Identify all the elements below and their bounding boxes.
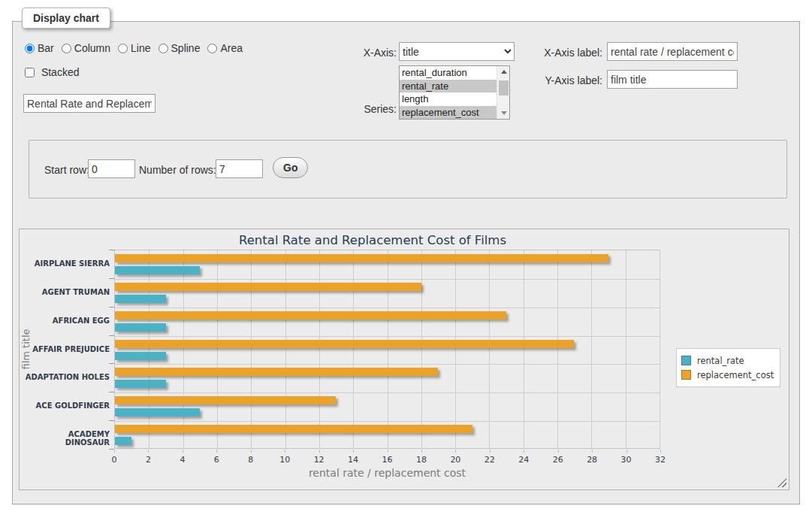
- panel-title: Display chart: [22, 8, 110, 29]
- gridline: [115, 392, 660, 393]
- radio-area[interactable]: [207, 44, 217, 53]
- series-option-length[interactable]: length: [400, 92, 497, 106]
- series-option-rental_rate[interactable]: rental_rate: [400, 80, 497, 93]
- x-tick-mark: [148, 450, 149, 453]
- chart-title-input[interactable]: [23, 94, 155, 113]
- y-tick-mark: [109, 420, 114, 421]
- x-axis-label-label: X-Axis label:: [527, 47, 602, 59]
- x-tick-label: 18: [406, 455, 436, 465]
- gridline: [115, 421, 660, 422]
- x-tick-mark: [592, 450, 593, 453]
- bar-replacement_cost: [115, 283, 421, 291]
- go-button[interactable]: Go: [273, 157, 308, 178]
- resize-handle-icon[interactable]: [777, 478, 786, 487]
- x-tick-mark: [388, 450, 388, 453]
- number-of-rows-input[interactable]: [216, 159, 263, 178]
- chart-type-radio-spline[interactable]: Spline: [158, 42, 201, 54]
- x-tick-mark: [421, 450, 422, 453]
- bar-replacement_cost: [115, 368, 438, 376]
- gridline: [489, 250, 490, 448]
- bar-rental_rate: [115, 437, 131, 445]
- chart-x-axis-title: rental rate / replacement cost: [114, 467, 660, 479]
- radio-bar[interactable]: [25, 44, 35, 53]
- gridline: [285, 250, 286, 448]
- y-tick-mark: [109, 278, 114, 279]
- gridline: [455, 250, 456, 448]
- gridline: [319, 250, 320, 448]
- bar-replacement_cost: [115, 311, 506, 320]
- x-tick-label: 26: [543, 455, 573, 465]
- x-tick-label: 16: [373, 455, 403, 465]
- y-axis-label-label: Y-Axis label:: [527, 74, 602, 86]
- bar-rental_rate: [115, 266, 200, 274]
- series-option-replacement_cost[interactable]: replacement_cost: [400, 106, 497, 120]
- category-label: ACADEMY DINOSAUR: [23, 430, 110, 447]
- chart-type-radio-column[interactable]: Column: [62, 42, 110, 54]
- series-multiselect[interactable]: rental_durationrental_ratelengthreplacem…: [399, 65, 510, 120]
- scrollbar-thumb[interactable]: [499, 80, 509, 95]
- bar-rental_rate: [115, 323, 166, 332]
- bar-replacement_cost: [115, 340, 574, 348]
- radio-label: Line: [131, 42, 150, 54]
- x-tick-mark: [524, 450, 524, 453]
- bar-rental_rate: [115, 408, 200, 417]
- x-tick-mark: [285, 450, 285, 453]
- bar-replacement_cost: [115, 254, 608, 262]
- x-tick-mark: [626, 450, 627, 453]
- series-scrollbar[interactable]: [497, 66, 509, 119]
- gridline: [115, 336, 660, 337]
- chart-type-radio-bar[interactable]: Bar: [25, 42, 54, 54]
- scroll-down-icon[interactable]: [497, 108, 510, 119]
- gridline: [115, 279, 660, 280]
- x-tick-label: 4: [168, 455, 198, 465]
- x-axis-select-label: X-Axis:: [340, 47, 397, 59]
- radio-label: Bar: [38, 42, 54, 54]
- radio-spline[interactable]: [158, 44, 168, 53]
- radio-column[interactable]: [62, 44, 71, 53]
- gridline: [591, 250, 592, 448]
- x-tick-label: 6: [201, 455, 231, 465]
- chart-panel: Rental Rate and Replacement Cost of Film…: [19, 229, 789, 490]
- x-tick-label: 14: [338, 455, 368, 465]
- x-tick-label: 8: [236, 455, 266, 465]
- number-of-rows-label: Number of rows:: [139, 164, 216, 176]
- plot-area: [114, 250, 660, 449]
- x-tick-mark: [353, 450, 354, 453]
- start-row-input[interactable]: [88, 159, 135, 178]
- gridline: [115, 308, 660, 308]
- series-option-rental_duration[interactable]: rental_duration: [400, 66, 497, 80]
- stacked-checkbox[interactable]: [25, 68, 35, 77]
- gridline: [353, 250, 354, 448]
- y-axis-label-input[interactable]: [607, 70, 738, 89]
- x-tick-mark: [660, 450, 661, 453]
- x-tick-mark: [319, 450, 320, 453]
- legend-label: rental_rate: [697, 356, 744, 366]
- legend-swatch-replacement_cost: [681, 370, 691, 380]
- stacked-label-wrap[interactable]: Stacked: [25, 66, 79, 78]
- chart-type-radio-line[interactable]: Line: [118, 42, 150, 54]
- scroll-up-icon[interactable]: [497, 66, 510, 77]
- gridline: [524, 250, 524, 448]
- x-tick-label: 32: [645, 455, 675, 465]
- x-tick-label: 20: [440, 455, 470, 465]
- rows-form-panel: Start row: Number of rows: Go: [29, 140, 787, 198]
- x-tick-label: 12: [304, 455, 334, 465]
- category-label: ACE GOLDFINGER: [23, 401, 110, 410]
- radio-line[interactable]: [118, 44, 128, 53]
- category-label: ADAPTATION HOLES: [23, 373, 110, 381]
- chart-legend: rental_ratereplacement_cost: [676, 348, 780, 387]
- x-axis-label-input[interactable]: [607, 42, 738, 61]
- y-tick-mark: [109, 335, 114, 336]
- y-tick-mark: [109, 250, 114, 250]
- x-tick-label: 10: [270, 455, 300, 465]
- series-select-label: Series:: [340, 103, 397, 115]
- chart-title: Rental Rate and Replacement Cost of Film…: [20, 233, 726, 247]
- x-axis-select[interactable]: title: [399, 42, 515, 61]
- display-chart-panel: Display chart BarColumnLineSplineArea St…: [12, 21, 800, 504]
- radio-label: Area: [220, 42, 243, 54]
- x-tick-mark: [558, 450, 559, 453]
- bar-rental_rate: [115, 380, 166, 388]
- gridline: [660, 250, 660, 448]
- bar-rental_rate: [115, 352, 166, 360]
- chart-type-radio-area[interactable]: Area: [207, 42, 243, 54]
